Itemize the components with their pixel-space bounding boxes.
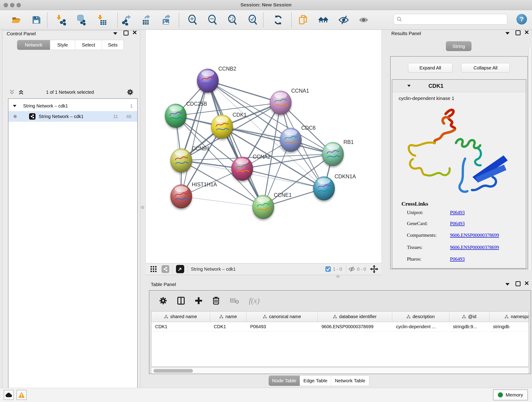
gene-header-row[interactable]: CDK1 xyxy=(392,80,526,92)
panel-menu-icon[interactable] xyxy=(505,32,510,35)
zoom-selected-button[interactable] xyxy=(247,14,259,26)
results-panel-title: Results Panel xyxy=(391,31,421,36)
tab-network-table[interactable]: Network Table xyxy=(331,376,369,386)
panel-close-icon[interactable]: ✕ xyxy=(524,281,529,286)
table-cell[interactable]: cyclin-dependent ... xyxy=(392,322,449,332)
export-table-button[interactable] xyxy=(141,14,152,26)
column-header-canonical-name[interactable]: canonical name xyxy=(247,312,318,322)
import-network-file-button[interactable] xyxy=(56,14,68,26)
open-session-button[interactable] xyxy=(10,14,22,26)
search-icon xyxy=(397,17,402,22)
selected-checkbox-icon[interactable] xyxy=(325,266,331,272)
function-builder-button[interactable]: f(x) xyxy=(249,296,260,305)
network-graph[interactable]: CCNB2CCNA1CDC25BCDK1CDC6RB1CCNB1CCNA2CDK… xyxy=(146,30,381,263)
tab-edge-table[interactable]: Edge Table xyxy=(300,376,331,386)
collapse-all-button[interactable]: Collapse All xyxy=(461,63,510,73)
panel-float-icon[interactable] xyxy=(515,281,520,286)
network-node-cdkn1a[interactable]: CDKN1A xyxy=(313,173,356,200)
gene-collapse-icon[interactable] xyxy=(407,85,411,87)
hide-selected-button[interactable] xyxy=(338,14,349,26)
crosslink-link[interactable]: 9606.ENSP00000378699 xyxy=(450,245,499,250)
panel-close-icon[interactable]: ✕ xyxy=(524,30,529,35)
network-node-cdc6[interactable]: CDC6 xyxy=(280,125,316,152)
memory-button[interactable]: Memory xyxy=(493,389,528,400)
table-hscrollbar-thumb[interactable] xyxy=(153,369,193,373)
table-hscrollbar[interactable] xyxy=(152,368,528,374)
expand-all-icon[interactable] xyxy=(9,89,15,95)
crosslink-link[interactable]: P06493 xyxy=(450,221,465,226)
help-button[interactable]: ? xyxy=(516,14,527,25)
import-table-button[interactable] xyxy=(96,14,108,26)
show-columns-button[interactable] xyxy=(177,297,185,305)
network-edge[interactable] xyxy=(242,169,324,188)
tab-node-table[interactable]: Node Table xyxy=(269,376,300,386)
expand-all-button[interactable]: Expand All xyxy=(408,63,452,73)
cloud-status-button[interactable] xyxy=(4,390,14,400)
panel-close-icon[interactable]: ✕ xyxy=(132,30,137,35)
show-selected-button[interactable] xyxy=(358,14,369,26)
tab-select[interactable]: Select xyxy=(75,40,102,50)
network-node-rb1[interactable]: RB1 xyxy=(322,139,354,166)
show-all-networks-button[interactable] xyxy=(318,14,329,26)
network-collection-row[interactable]: String Network – cdk1 1 xyxy=(8,101,137,111)
tree-expand-icon[interactable] xyxy=(13,105,16,107)
column-header--id[interactable]: @id xyxy=(449,312,489,322)
network-canvas[interactable]: CCNB2CCNA1CDC25BCDK1CDC6RB1CCNB1CCNA2CDK… xyxy=(146,30,382,263)
tab-style[interactable]: Style xyxy=(50,40,75,50)
network-edge[interactable] xyxy=(208,81,263,207)
tab-sets[interactable]: Sets xyxy=(102,40,123,50)
grid-view-icon[interactable] xyxy=(151,266,157,272)
network-node-ccna1[interactable]: CCNA1 xyxy=(270,88,309,115)
string-badge-icon[interactable] xyxy=(162,265,169,273)
collapse-all-icon[interactable] xyxy=(18,89,24,95)
zoom-out-button[interactable] xyxy=(207,14,219,26)
panel-menu-icon[interactable] xyxy=(113,32,117,35)
delete-table-button[interactable] xyxy=(230,297,239,304)
network-edge[interactable] xyxy=(181,196,263,207)
table-settings-button[interactable] xyxy=(159,297,167,305)
network-row[interactable]: String Network – cdk1 11 48 xyxy=(8,111,137,122)
table-cell[interactable]: stringdb:9... xyxy=(449,322,489,332)
crosslink-link[interactable]: 9606.ENSP00000378699 xyxy=(450,232,499,238)
network-node-hist1h1a[interactable]: HIST1H1A xyxy=(171,182,217,208)
apply-layout-button[interactable] xyxy=(272,14,284,26)
warnings-button[interactable] xyxy=(17,390,27,400)
table-cell[interactable]: 9606.ENSP00000378699 xyxy=(318,322,392,332)
save-session-button[interactable] xyxy=(31,14,42,26)
crosslink-link[interactable]: P06493 xyxy=(450,256,465,262)
copy-button[interactable] xyxy=(298,14,309,26)
column-header-description[interactable]: description xyxy=(392,312,449,322)
column-header-database-identifier[interactable]: database identifier xyxy=(318,312,392,322)
results-tab-string[interactable]: String xyxy=(446,41,472,51)
panel-menu-icon[interactable] xyxy=(505,283,510,286)
export-network-button[interactable] xyxy=(121,14,132,26)
table-cell[interactable]: stringdb xyxy=(489,322,529,332)
birdseye-view-icon[interactable] xyxy=(176,265,184,273)
gear-icon[interactable] xyxy=(127,89,133,96)
search-input[interactable] xyxy=(404,17,507,22)
table-cell[interactable]: CDK1 xyxy=(152,322,210,332)
column-header-name[interactable]: name xyxy=(210,312,247,322)
network-edge[interactable] xyxy=(208,81,281,103)
zoom-in-button[interactable] xyxy=(187,14,199,26)
panel-float-icon[interactable] xyxy=(515,30,520,35)
table-row[interactable]: CDK1CDK1P064939606.ENSP00000378699cyclin… xyxy=(152,322,529,332)
hidden-eye-slash-icon xyxy=(348,266,355,273)
table-cell[interactable]: CDK1 xyxy=(210,322,247,332)
import-network-database-button[interactable] xyxy=(76,14,87,26)
table-cell[interactable]: P06493 xyxy=(247,322,318,332)
column-header-shared-name[interactable]: shared name xyxy=(152,312,210,322)
export-image-button[interactable] xyxy=(161,14,172,26)
tab-network[interactable]: Network xyxy=(17,40,50,50)
create-column-button[interactable] xyxy=(195,297,203,305)
delete-column-button[interactable] xyxy=(212,297,220,305)
panel-float-icon[interactable] xyxy=(123,31,128,36)
pan-move-icon[interactable] xyxy=(370,265,379,274)
column-header-namespace[interactable]: namespace xyxy=(489,312,529,322)
crosslink-link[interactable]: P06493 xyxy=(450,210,465,216)
results-scrollbar[interactable] xyxy=(528,47,532,270)
left-splitter-handle[interactable] xyxy=(141,206,144,209)
node-gloss-highlight xyxy=(317,178,330,184)
fit-content-button[interactable] xyxy=(227,14,239,26)
export-network-icon xyxy=(121,14,132,26)
